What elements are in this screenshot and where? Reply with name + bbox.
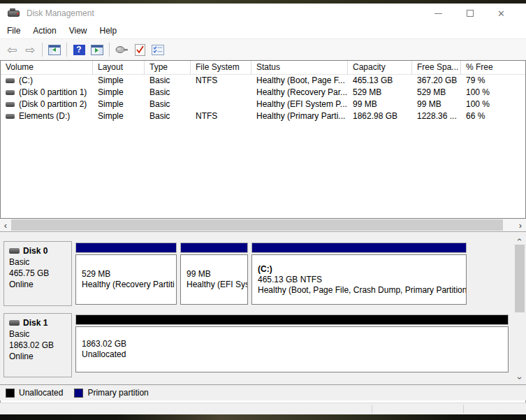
legend-item-unallocated: Unallocated	[6, 388, 63, 398]
volume-row-disk0-partition1[interactable]: (Disk 0 partition 1) Simple Basic Health…	[1, 87, 525, 99]
menu-bar: File Action View Help	[0, 23, 526, 38]
volume-free-space: 99 MB	[412, 99, 461, 110]
volume-status: Healthy (Primary Parti...	[251, 110, 348, 122]
show-action-pane-button[interactable]	[88, 41, 106, 58]
window-controls: ✕	[423, 5, 517, 22]
toolbar-separator	[66, 43, 67, 57]
volume-status: Healthy (Recovery Par...	[251, 87, 348, 99]
show-console-tree-button[interactable]	[45, 41, 64, 58]
vertical-scrollbar-thumb[interactable]	[515, 245, 525, 312]
scroll-up-button[interactable]: ‹	[514, 235, 525, 245]
disk-kind: Basic	[9, 328, 71, 340]
properties-button[interactable]	[112, 41, 131, 58]
column-header-capacity[interactable]: Capacity	[348, 61, 412, 75]
chevron-left-icon: ‹	[4, 220, 7, 231]
title-bar: Disk Management ✕	[0, 3, 526, 23]
disk1-partition-unallocated[interactable]: 1863.02 GB Unallocated	[75, 314, 509, 372]
scroll-right-button[interactable]: ›	[515, 219, 526, 231]
partition-color-bar	[75, 242, 177, 253]
volume-type: Basic	[145, 110, 191, 122]
menu-file[interactable]: File	[7, 24, 27, 38]
forward-button[interactable]: ⇨	[21, 41, 39, 58]
scroll-left-button[interactable]: ‹	[0, 219, 11, 231]
volume-icon	[6, 114, 15, 119]
maximize-button[interactable]	[454, 5, 485, 22]
horizontal-scrollbar-thumb[interactable]	[11, 219, 503, 231]
volume-name: (Disk 0 partition 1)	[19, 87, 87, 99]
disk0-label[interactable]: Disk 0 Basic 465.75 GB Online	[3, 241, 72, 306]
menu-action[interactable]: Action	[27, 24, 62, 38]
magnifier-icon	[115, 45, 129, 55]
volume-pct-free: 79 %	[461, 75, 525, 87]
close-button[interactable]: ✕	[485, 5, 517, 22]
volume-pct-free: 100 %	[461, 99, 525, 110]
disk-management-screen: Disk Management ✕ File Action View Help …	[0, 0, 526, 420]
column-header-type[interactable]: Type	[145, 61, 191, 75]
volume-file-system	[191, 99, 251, 110]
disk-size: 1863.02 GB	[9, 340, 71, 351]
volume-type: Basic	[145, 75, 191, 87]
volume-type: Basic	[145, 99, 191, 110]
horizontal-scrollbar[interactable]: ‹ ›	[0, 219, 526, 231]
column-header-free-space[interactable]: Free Spa...	[412, 61, 461, 75]
volume-row-c[interactable]: (C:) Simple Basic NTFS Healthy (Boot, Pa…	[1, 75, 525, 87]
column-header-file-system[interactable]: File System	[191, 61, 251, 75]
volume-name: (C:)	[19, 75, 33, 87]
partition-color-bar	[180, 242, 248, 253]
disk0-partition-recovery[interactable]: 529 MB Healthy (Recovery Partiti	[75, 242, 177, 305]
volume-icon	[6, 78, 15, 83]
rescan-disks-button[interactable]	[149, 41, 167, 58]
partition-size: 529 MB	[82, 269, 176, 280]
menu-help[interactable]: Help	[94, 24, 124, 38]
toolbar-separator	[42, 43, 43, 57]
volume-file-system: NTFS	[191, 110, 251, 122]
volume-status: Healthy (EFI System P...	[251, 99, 348, 110]
volume-layout: Simple	[93, 99, 145, 110]
volume-list-header: Volume Layout Type File System Status Ca…	[1, 61, 525, 75]
minimize-button[interactable]	[423, 5, 454, 22]
column-header-status[interactable]: Status	[251, 61, 348, 75]
partition-status: Healthy (Boot, Page File, Crash Dump, Pr…	[258, 285, 466, 296]
disk1-label[interactable]: Disk 1 Basic 1863.02 GB Online	[3, 313, 72, 377]
checklist-icon	[152, 45, 164, 55]
volume-status: Healthy (Boot, Page F...	[251, 75, 348, 87]
menu-view[interactable]: View	[63, 24, 94, 38]
volume-layout: Simple	[93, 110, 145, 122]
toolbar-separator	[109, 43, 110, 57]
column-header-volume[interactable]: Volume	[1, 61, 93, 75]
volume-row-elements-d[interactable]: Elements (D:) Simple Basic NTFS Healthy …	[1, 110, 525, 122]
volume-free-space: 529 MB	[412, 87, 461, 99]
disk-management-app-icon	[8, 8, 20, 18]
minimize-icon	[434, 13, 442, 14]
column-header-pct-free[interactable]: % Free	[461, 61, 525, 75]
partition-size: 99 MB	[187, 269, 247, 280]
disk-name: Disk 0	[23, 245, 48, 256]
volume-capacity: 465.13 GB	[348, 75, 412, 87]
partition-color-bar	[75, 314, 509, 325]
disk-icon	[9, 248, 20, 254]
volume-layout: Simple	[93, 75, 145, 87]
volume-row-disk0-partition2[interactable]: (Disk 0 partition 2) Simple Basic Health…	[1, 99, 525, 110]
checked-document-icon	[135, 44, 145, 56]
volume-capacity: 529 MB	[348, 87, 412, 99]
volume-pct-free: 66 %	[461, 110, 525, 122]
back-button[interactable]: ⇦	[3, 41, 21, 58]
column-header-layout[interactable]: Layout	[93, 61, 145, 75]
help-button[interactable]: ?	[70, 41, 88, 58]
disk0-partition-efi[interactable]: 99 MB Healthy (EFI Syste	[180, 242, 248, 305]
volume-list-pane: Volume Layout Type File System Status Ca…	[0, 60, 526, 219]
disk-size: 465.75 GB	[9, 268, 71, 279]
volume-file-system: NTFS	[191, 75, 251, 87]
volume-file-system	[191, 87, 251, 99]
legend-item-primary-partition: Primary partition	[74, 388, 148, 398]
disk-state: Online	[9, 279, 71, 290]
refresh-button[interactable]	[131, 41, 149, 58]
forward-icon: ⇨	[25, 44, 35, 56]
disk-name: Disk 1	[23, 317, 48, 328]
back-icon: ⇦	[7, 44, 17, 56]
vertical-scrollbar[interactable]: ‹ ›	[514, 235, 525, 383]
scroll-down-button[interactable]: ›	[514, 373, 525, 383]
disk0-partition-c[interactable]: (C:) 465.13 GB NTFS Healthy (Boot, Page …	[251, 242, 467, 305]
partition-label: (C:)	[258, 264, 466, 275]
legend-bar: Unallocated Primary partition	[0, 384, 526, 400]
